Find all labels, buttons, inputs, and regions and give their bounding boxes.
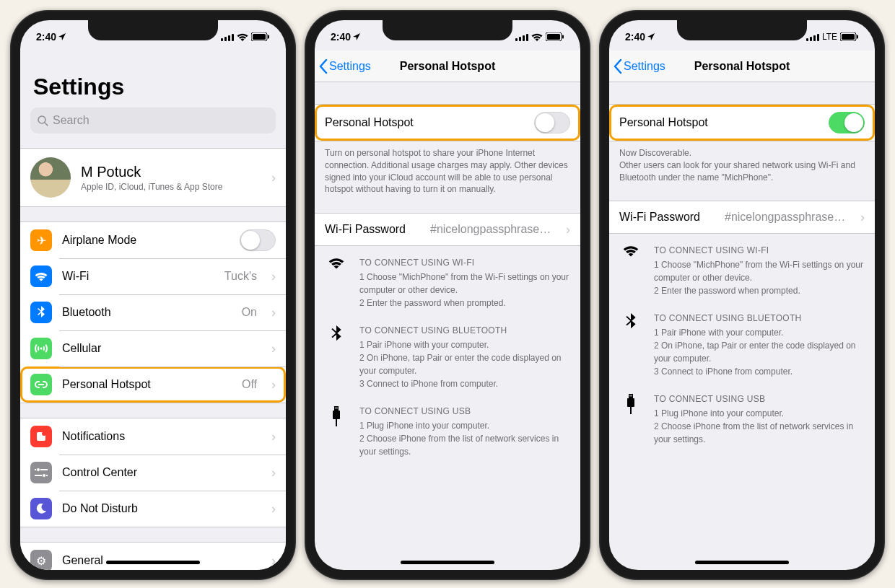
chevron-icon: › — [268, 341, 276, 356]
page-title: Settings — [20, 51, 286, 105]
location-arrow-icon — [647, 33, 655, 40]
control-center-cell[interactable]: Control Center › — [20, 455, 286, 491]
home-indicator[interactable] — [401, 561, 494, 564]
svg-rect-5 — [253, 34, 266, 40]
instruct-bt-heading: TO CONNECT USING BLUETOOTH — [359, 324, 570, 337]
svg-rect-24 — [336, 408, 336, 409]
chevron-icon: › — [268, 305, 276, 320]
nav-bar: Settings Personal Hotspot — [315, 51, 580, 82]
nav-bar: Settings Personal Hotspot — [609, 51, 875, 82]
instruct-bt-1: 1 Pair iPhone with your computer. — [654, 326, 865, 339]
svg-point-11 — [42, 431, 46, 436]
search-input[interactable]: Search — [30, 107, 276, 133]
instruct-usb: TO CONNECT USING USB 1 Plug iPhone into … — [315, 395, 580, 462]
chevron-icon: › — [563, 222, 570, 237]
back-button[interactable]: Settings — [614, 59, 665, 74]
chevron-icon: › — [268, 553, 276, 569]
instruct-bt: TO CONNECT USING BLUETOOTH 1 Pair iPhone… — [315, 314, 580, 395]
notch — [88, 20, 218, 40]
iphone-frame-2: 2:40 Settings Personal Hotspot Personal … — [305, 10, 590, 580]
svg-line-8 — [45, 123, 48, 126]
wifi-symbol-icon — [619, 244, 642, 297]
instruct-wifi-1: 1 Choose "MichPhone" from the Wi-Fi sett… — [654, 258, 865, 284]
chevron-icon: › — [857, 210, 865, 225]
notifications-label: Notifications — [62, 430, 258, 443]
chevron-icon: › — [268, 269, 276, 284]
profile-name: M Potuck — [81, 164, 258, 180]
wifi-symbol-icon — [325, 256, 348, 310]
wifi-password-cell[interactable]: Wi-Fi Password #nicelongpassphrase94 › — [315, 214, 580, 245]
wifi-icon — [531, 33, 543, 41]
signal-icon — [806, 33, 819, 41]
back-label: Settings — [329, 60, 371, 73]
control-center-icon — [30, 462, 52, 483]
wifi-label: Wi-Fi — [62, 270, 214, 283]
control-center-label: Control Center — [62, 466, 258, 479]
personal-hotspot-cell[interactable]: Personal Hotspot Off › — [20, 367, 286, 403]
cellular-icon — [30, 338, 52, 359]
svg-rect-22 — [562, 35, 564, 39]
time-label: 2:40 — [625, 31, 645, 43]
svg-rect-37 — [632, 395, 632, 397]
instruct-bt: TO CONNECT USING BLUETOOTH 1 Pair iPhone… — [609, 302, 875, 382]
hotspot-content: Personal Hotspot Now Discoverable. Other… — [609, 82, 875, 570]
back-button[interactable]: Settings — [319, 59, 371, 74]
usb-symbol-icon — [619, 392, 642, 446]
bluetooth-symbol-icon — [619, 312, 642, 378]
wifi-cell[interactable]: Wi-Fi Tuck's › — [20, 258, 286, 294]
hotspot-value: Off — [242, 378, 258, 391]
bluetooth-cell[interactable]: Bluetooth On › — [20, 294, 286, 330]
network-label: LTE — [822, 32, 837, 42]
wifi-password-value: #nicelongpassphrase94 — [430, 223, 553, 236]
svg-point-15 — [43, 474, 46, 478]
back-label: Settings — [624, 60, 665, 73]
dnd-cell[interactable]: Do Not Disturb › — [20, 491, 286, 527]
svg-rect-36 — [630, 395, 631, 397]
hotspot-toggle-cell[interactable]: Personal Hotspot — [609, 105, 875, 141]
chevron-icon: › — [268, 170, 276, 185]
instruct-bt-2: 2 On iPhone, tap Pair or enter the code … — [359, 351, 570, 377]
hotspot-toggle-cell[interactable]: Personal Hotspot — [315, 105, 580, 141]
general-cell[interactable]: ⚙ General › — [20, 543, 286, 570]
cellular-cell[interactable]: Cellular › — [20, 330, 286, 367]
instruct-usb-1: 1 Plug iPhone into your computer. — [359, 419, 570, 432]
svg-rect-35 — [629, 394, 633, 398]
apple-id-cell[interactable]: M Potuck Apple ID, iCloud, iTunes & App … — [20, 149, 286, 206]
instruct-usb-2: 2 Choose iPhone from the list of network… — [654, 420, 865, 446]
iphone-frame-1: 2:40 Settings Search M P — [10, 10, 296, 580]
svg-point-9 — [40, 348, 43, 350]
wifi-settings-icon — [30, 266, 52, 287]
wifi-password-cell[interactable]: Wi-Fi Password #nicelongpassphrase94 › — [609, 201, 875, 233]
home-indicator[interactable] — [106, 561, 200, 564]
instruct-wifi-heading: TO CONNECT USING WI-FI — [359, 256, 570, 269]
hotspot-footer-on: Now Discoverable. Other users can look f… — [609, 141, 875, 186]
svg-point-13 — [37, 468, 40, 472]
svg-rect-0 — [221, 38, 223, 41]
time-label: 2:40 — [36, 31, 56, 43]
instruct-wifi-2: 2 Enter the password when prompted. — [359, 297, 570, 310]
chevron-left-icon — [614, 59, 622, 74]
airplane-mode-cell[interactable]: ✈ Airplane Mode — [20, 222, 286, 258]
chevron-left-icon — [319, 59, 328, 74]
home-indicator[interactable] — [695, 561, 789, 564]
chevron-icon: › — [268, 429, 276, 444]
svg-rect-18 — [523, 35, 525, 41]
instruct-wifi-2: 2 Enter the password when prompted. — [654, 284, 865, 297]
signal-icon — [221, 33, 234, 41]
instruct-usb-heading: TO CONNECT USING USB — [654, 392, 865, 405]
footer-discoverable: Now Discoverable. — [619, 147, 865, 159]
svg-rect-39 — [630, 407, 632, 414]
airplane-toggle[interactable] — [240, 229, 276, 251]
hotspot-toggle[interactable] — [534, 112, 570, 133]
chevron-icon: › — [268, 501, 276, 517]
bluetooth-label: Bluetooth — [62, 306, 232, 319]
svg-rect-2 — [228, 35, 230, 41]
wifi-password-value: #nicelongpassphrase94 — [725, 211, 847, 224]
svg-rect-17 — [519, 37, 521, 41]
chevron-icon: › — [268, 465, 276, 481]
hotspot-toggle[interactable] — [829, 112, 865, 133]
signal-icon — [515, 33, 528, 41]
wifi-password-label: Wi-Fi Password — [619, 211, 715, 224]
notifications-cell[interactable]: Notifications › — [20, 418, 286, 455]
bluetooth-settings-icon — [30, 302, 52, 323]
